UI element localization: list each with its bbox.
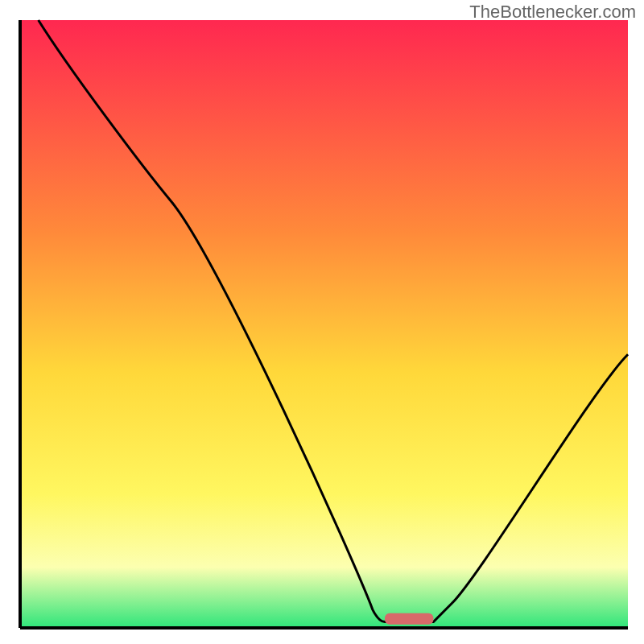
gradient-background: [20, 20, 628, 628]
chart-container: TheBottlenecker.com: [0, 0, 644, 644]
bottleneck-chart: [0, 0, 644, 644]
watermark-text: TheBottlenecker.com: [469, 2, 636, 23]
optimal-marker: [385, 613, 433, 625]
